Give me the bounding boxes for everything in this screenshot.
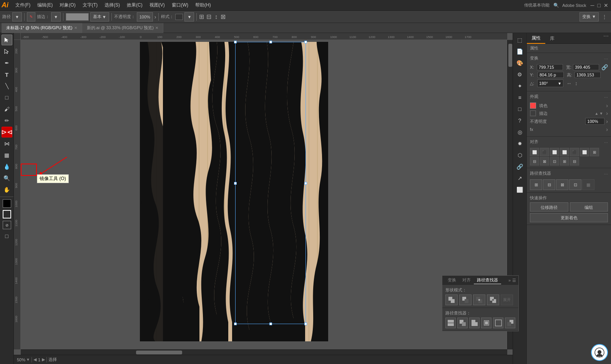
rstrip-icon-10[interactable]: ✸ bbox=[515, 138, 525, 149]
pf-exclude-btn[interactable] bbox=[487, 295, 499, 305]
pf-tab-pathfinder[interactable]: 路径查找器 bbox=[474, 276, 501, 284]
pf-minus-front-btn[interactable] bbox=[459, 295, 472, 305]
distribute-icon[interactable]: ⊟ bbox=[206, 13, 211, 20]
align-bottom[interactable]: ⬜ bbox=[580, 148, 589, 156]
line-tool[interactable]: ╲ bbox=[2, 81, 12, 91]
transform-icon[interactable]: ↕ bbox=[214, 13, 218, 20]
opacity-display[interactable]: 100% bbox=[585, 118, 604, 125]
pf-expand[interactable]: ▦ bbox=[582, 179, 594, 190]
angle-input[interactable]: 180° ▼ bbox=[537, 79, 563, 87]
rstrip-icon-13[interactable]: ↗ bbox=[515, 173, 525, 184]
align-center-v[interactable]: ⬛ bbox=[570, 148, 579, 156]
style-dropdown[interactable]: ▼ bbox=[184, 12, 194, 22]
pf-merge-btn[interactable] bbox=[469, 318, 480, 328]
rstrip-icon-14[interactable]: ⬜ bbox=[515, 184, 525, 195]
align-icon[interactable]: ⊞ bbox=[199, 13, 204, 20]
panel-options-icon[interactable]: ⋮ bbox=[602, 14, 607, 20]
pf-divide-btn[interactable] bbox=[445, 318, 456, 328]
h-scroll-thumb[interactable] bbox=[136, 351, 182, 354]
v-scroll-thumb[interactable] bbox=[508, 44, 512, 67]
selection-tool[interactable] bbox=[2, 35, 12, 45]
menu-object[interactable]: 对象(O) bbox=[56, 1, 78, 9]
arrange-icon[interactable]: ⊠ bbox=[221, 13, 226, 20]
flip-v-icon[interactable]: ↕ bbox=[575, 80, 578, 86]
rstrip-icon-7[interactable]: □ bbox=[515, 104, 525, 114]
base-dropdown[interactable]: 基本 ▼ bbox=[90, 12, 109, 22]
fill-color[interactable] bbox=[3, 199, 11, 208]
opacity-expand-btn[interactable]: › bbox=[154, 14, 156, 20]
zoom-control[interactable]: 50% ▼ bbox=[17, 357, 30, 362]
flip-h-icon[interactable]: ↔ bbox=[566, 80, 572, 86]
blend-tool[interactable]: ⋈ bbox=[2, 138, 12, 149]
pathfinder-more[interactable]: ⋯ bbox=[604, 172, 608, 176]
transform-more[interactable]: ⋯ bbox=[604, 57, 608, 61]
menu-help[interactable]: 帮助(H) bbox=[192, 1, 214, 9]
tab-document-1[interactable]: 未标题-1* @ 50% (RGB/GPU 预览) ✕ bbox=[2, 23, 82, 33]
close-btn[interactable]: ✕ bbox=[604, 2, 608, 8]
direct-selection-tool[interactable] bbox=[2, 46, 12, 57]
hand-tool[interactable]: ✋ bbox=[2, 184, 12, 195]
pencil-tool[interactable]: ✏ bbox=[2, 115, 12, 126]
search-icon[interactable]: 🔍 bbox=[553, 3, 559, 8]
pf-crop-btn[interactable] bbox=[481, 318, 491, 328]
link-proportions-icon[interactable]: 🔗 bbox=[601, 64, 608, 70]
distribute-top[interactable]: ⊡ bbox=[550, 157, 559, 165]
pf-exclude[interactable]: ⊡ bbox=[569, 179, 581, 190]
maximize-btn[interactable]: □ bbox=[598, 2, 601, 8]
opacity-expand[interactable]: › bbox=[606, 118, 608, 124]
align-center-h[interactable]: ⬛ bbox=[540, 148, 549, 156]
pf-expand-icon[interactable]: » bbox=[508, 278, 511, 283]
user-logo-btn[interactable]: 作者名 bbox=[591, 344, 608, 361]
nav-prev[interactable]: ◀ bbox=[33, 357, 37, 362]
pf-intersect[interactable]: ⊠ bbox=[556, 179, 568, 190]
tab-library[interactable]: 库 bbox=[545, 33, 559, 44]
paintbrush-tool[interactable]: 🖌 bbox=[2, 104, 12, 114]
align-more[interactable]: ⋯ bbox=[604, 141, 608, 145]
stroke-color[interactable] bbox=[3, 210, 11, 218]
distribute-right[interactable]: ⊠ bbox=[540, 157, 549, 165]
stroke-more[interactable]: › bbox=[606, 110, 608, 116]
fill-expand[interactable]: › bbox=[606, 103, 608, 109]
tab-properties[interactable]: 属性 bbox=[527, 33, 545, 44]
fx-expand[interactable]: › bbox=[606, 126, 608, 132]
path-type-dropdown[interactable]: ▼ bbox=[12, 12, 22, 22]
none-color[interactable]: ⊘ bbox=[3, 221, 11, 229]
rstrip-icon-12[interactable]: 🔗 bbox=[515, 161, 525, 172]
nav-next[interactable]: ▶ bbox=[42, 357, 45, 362]
h-value-input[interactable] bbox=[574, 72, 601, 78]
type-tool[interactable]: T bbox=[2, 69, 12, 80]
pen-tool[interactable]: ✒ bbox=[2, 58, 12, 68]
rstrip-icon-5[interactable]: ✦ bbox=[515, 81, 525, 91]
shape-tool[interactable]: □ bbox=[2, 92, 12, 103]
menu-select[interactable]: 选择(S) bbox=[101, 1, 123, 9]
zoom-tool[interactable]: 🔍 bbox=[2, 173, 12, 184]
pf-minus-back-btn[interactable] bbox=[505, 318, 515, 328]
w-value-input[interactable] bbox=[573, 64, 599, 70]
align-top[interactable]: ⬜ bbox=[560, 148, 569, 156]
distribute-center-h[interactable]: ⊟ bbox=[530, 157, 539, 165]
pf-unite-btn[interactable] bbox=[445, 295, 458, 305]
rstrip-icon-9[interactable]: ◎ bbox=[515, 127, 525, 137]
pf-minus-front[interactable]: ⊟ bbox=[543, 179, 555, 190]
group-btn[interactable]: 编组 bbox=[570, 202, 608, 212]
menu-file[interactable]: 文件(F) bbox=[12, 1, 33, 9]
pf-tab-align[interactable]: 对齐 bbox=[459, 276, 474, 284]
menu-effect[interactable]: 效果(C) bbox=[124, 1, 146, 9]
pf-outline-btn[interactable] bbox=[493, 318, 503, 328]
menu-edit[interactable]: 编辑(E) bbox=[34, 1, 56, 9]
rstrip-icon-8[interactable]: ? bbox=[515, 115, 525, 126]
panel-more-icon[interactable]: ⋯ bbox=[601, 33, 611, 43]
h-scrollbar[interactable] bbox=[21, 349, 507, 355]
rstrip-icon-2[interactable]: 📄 bbox=[515, 46, 525, 57]
stroke-color-btn[interactable]: ✎ bbox=[27, 12, 35, 22]
recolor-btn[interactable]: 更新着色 bbox=[530, 213, 608, 222]
distribute-center-v[interactable]: ⊞ bbox=[560, 157, 569, 165]
mirror-tool[interactable]: ⊳⊲ bbox=[2, 127, 12, 137]
appearance-more[interactable]: ⋯ bbox=[604, 95, 608, 99]
eyedropper-tool[interactable]: 💧 bbox=[2, 161, 12, 172]
opacity-value-display[interactable]: 100% bbox=[137, 12, 153, 22]
menu-window[interactable]: 窗口(W) bbox=[169, 1, 191, 9]
pf-tab-transform[interactable]: 变换 bbox=[445, 276, 459, 284]
pf-menu-icon[interactable]: ☰ bbox=[512, 278, 516, 283]
pf-intersect-btn[interactable] bbox=[473, 295, 485, 305]
